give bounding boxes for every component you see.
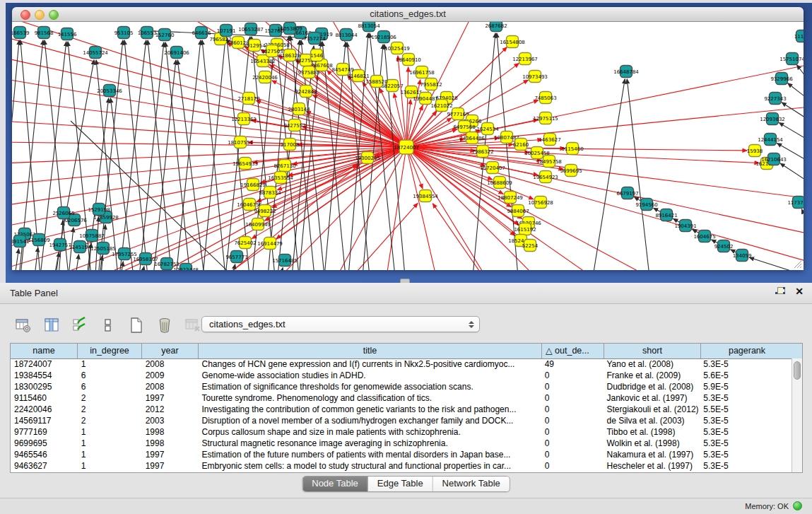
table-row[interactable]: 969969511998Structural magnetic resonanc… — [11, 438, 792, 449]
network-node[interactable]: 8878334 — [259, 187, 281, 199]
network-node[interactable]: 12444154 — [758, 134, 783, 146]
network-node[interactable]: 11113 — [794, 30, 804, 42]
table-row[interactable]: 946554611997Estimation of the future num… — [11, 449, 792, 460]
citation-network-graph[interactable]: 1872400718300295193845541032541918640910… — [12, 22, 804, 270]
network-node[interactable]: 18107554 — [228, 136, 253, 148]
network-node[interactable]: 10688609 — [487, 177, 512, 189]
tab-node-table[interactable]: Node Table — [302, 477, 368, 491]
table-selector-dropdown[interactable]: citations_edges.txt — [201, 316, 480, 332]
table-cell: 1997 — [142, 449, 199, 460]
delete-selected-rows-icon[interactable] — [155, 316, 174, 334]
network-node[interactable]: 19218506 — [371, 31, 396, 43]
network-node[interactable]: 1942757 — [49, 239, 71, 251]
network-node[interactable]: 9227343 — [764, 93, 786, 105]
resize-grip-icon[interactable] — [791, 257, 802, 269]
table-row[interactable]: 1456911722003Disruption of a novel membe… — [11, 415, 792, 426]
network-view-window[interactable]: citations_edges.txt 18724007183002951938… — [12, 7, 804, 270]
delete-table-icon[interactable] — [184, 316, 202, 334]
network-node[interactable]: 9699695 — [560, 165, 582, 177]
network-node[interactable]: 10325419 — [384, 42, 410, 54]
network-node[interactable]: 10653287 — [238, 23, 264, 35]
network-node[interactable]: 18640910 — [396, 54, 421, 66]
select-all-rows-icon[interactable] — [71, 316, 89, 334]
node-label: 11113 — [794, 34, 804, 40]
network-node[interactable]: 134059 — [733, 250, 752, 262]
network-node[interactable]: 953105 — [114, 27, 134, 39]
network-node[interactable]: 24364486 — [459, 132, 485, 144]
scrollbar-thumb[interactable] — [794, 361, 801, 380]
table-vertical-scrollbar[interactable] — [792, 358, 802, 472]
network-node[interactable]: 62160 — [513, 139, 529, 151]
node-label: 16046756 — [237, 202, 262, 208]
network-node[interactable]: 2803144 — [288, 103, 310, 115]
column-header-short[interactable]: short — [604, 344, 701, 358]
network-node[interactable]: 15751074 — [779, 53, 804, 65]
network-node[interactable]: 106553 — [138, 27, 157, 39]
network-node[interactable]: 7955812 — [420, 78, 442, 90]
new-table-icon[interactable] — [127, 316, 146, 334]
network-node[interactable]: 1463627 — [539, 134, 560, 146]
network-node[interactable]: 1546 — [310, 49, 323, 62]
column-header-pagerank[interactable]: pagerank — [701, 344, 793, 358]
table-row[interactable]: 911546021997Tourette syndrome. Phenomeno… — [11, 392, 792, 404]
network-node[interactable]: 20053346 — [97, 85, 122, 97]
network-node[interactable]: 1624534 — [476, 123, 499, 135]
table-row[interactable]: 1938455462009Genome-wide association stu… — [11, 370, 792, 381]
column-header-title[interactable]: title — [199, 344, 542, 358]
table-cell: 19384554 — [11, 370, 78, 381]
network-node[interactable]: 1173753 — [787, 197, 804, 209]
network-node[interactable]: 9115460 — [561, 143, 583, 155]
tab-network-table[interactable]: Network Table — [433, 477, 510, 491]
show-columns-icon[interactable] — [42, 316, 61, 334]
network-node[interactable]: 16914479 — [257, 238, 283, 250]
table-row[interactable]: 977716911998Corpus callosum shape and si… — [11, 426, 792, 438]
network-node[interactable]: 12213967 — [512, 53, 538, 65]
network-node[interactable]: 16154808 — [500, 36, 525, 48]
network-node[interactable]: 16648784 — [613, 66, 639, 78]
tab-edge-table[interactable]: Edge Table — [368, 477, 433, 491]
network-node[interactable]: 7485063 — [534, 92, 556, 104]
table-settings-icon[interactable] — [14, 316, 33, 334]
table-row[interactable]: 946362711997Embryonic stem cells: a mode… — [11, 460, 792, 472]
network-node[interactable]: 10756928 — [528, 197, 553, 209]
column-header-out_de[interactable]: △ out_de... — [542, 344, 604, 358]
network-node[interactable]: 141556 — [58, 28, 77, 40]
network-node[interactable]: 9329966 — [770, 73, 793, 85]
network-node[interactable]: 924502 — [714, 240, 734, 252]
node-label: 18640910 — [396, 57, 421, 63]
node-label: 19654923 — [533, 175, 558, 180]
column-header-year[interactable]: year — [142, 344, 199, 358]
network-canvas[interactable]: 1872400718300295193845541032541918640910… — [12, 22, 804, 270]
table-cell: 1997 — [142, 392, 199, 404]
node-label: 2718170 — [237, 96, 259, 102]
network-node[interactable]: 19654923 — [533, 171, 558, 183]
node-label: 9827503 — [261, 49, 283, 54]
row-options-icon[interactable] — [99, 316, 117, 334]
network-node[interactable]: 15938 — [747, 145, 763, 157]
table-cell: 9115460 — [11, 392, 78, 404]
network-node[interactable]: 20691406 — [164, 47, 189, 59]
network-node[interactable]: 2687682 — [485, 22, 507, 32]
float-panel-icon[interactable] — [775, 287, 785, 296]
table-row[interactable]: 1872400712008Changes of HCN gene express… — [11, 358, 792, 370]
node-label: 19166829 — [240, 182, 266, 188]
network-edge — [322, 42, 346, 270]
table-row[interactable]: 1830029562008Estimation of significance … — [11, 381, 792, 392]
column-header-in_degree[interactable]: in_degree — [78, 344, 142, 358]
network-node[interactable]: 12093832 — [760, 113, 785, 125]
node-label: 10325419 — [384, 46, 410, 52]
network-node[interactable]: 12975115 — [533, 112, 558, 124]
window-titlebar[interactable]: citations_edges.txt — [12, 7, 804, 22]
table-row[interactable]: 2242004622012Investigating the contribut… — [11, 404, 792, 415]
close-panel-icon[interactable]: ✕ — [795, 286, 804, 296]
network-node[interactable]: 8813054 — [358, 22, 380, 32]
network-node[interactable]: 19166829 — [240, 179, 266, 191]
network-node[interactable]: 16961758 — [409, 66, 435, 78]
network-node[interactable]: 981568 — [35, 27, 54, 39]
network-node[interactable]: 166539 — [12, 27, 29, 39]
column-header-name[interactable]: name — [11, 344, 78, 358]
network-node[interactable]: 52254 — [522, 240, 539, 252]
network-node[interactable]: 2718170 — [237, 93, 259, 105]
network-node[interactable]: 152760 — [155, 29, 175, 41]
network-node[interactable]: 10973493 — [522, 71, 548, 83]
